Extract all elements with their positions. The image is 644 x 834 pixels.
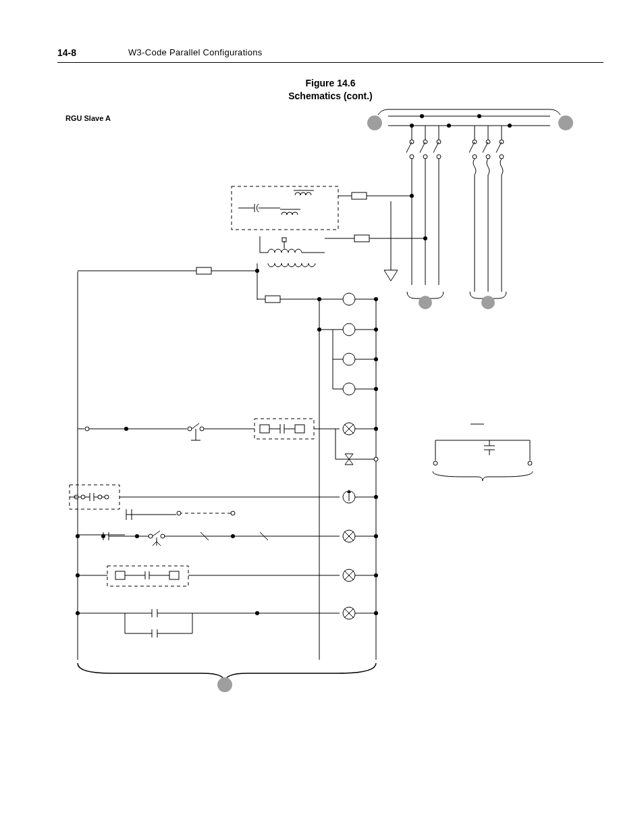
svg-point-53 bbox=[410, 194, 414, 198]
svg-point-156 bbox=[76, 534, 80, 538]
svg-rect-100 bbox=[295, 425, 304, 433]
svg-line-32 bbox=[496, 142, 502, 153]
svg-point-151 bbox=[231, 511, 235, 515]
svg-point-7 bbox=[367, 115, 382, 130]
svg-point-89 bbox=[343, 383, 355, 395]
svg-line-15 bbox=[406, 142, 412, 153]
svg-point-102 bbox=[85, 427, 89, 431]
svg-point-130 bbox=[528, 461, 532, 465]
svg-line-16 bbox=[420, 142, 425, 153]
svg-point-19 bbox=[423, 155, 427, 159]
svg-point-75 bbox=[343, 293, 355, 305]
svg-rect-69 bbox=[265, 296, 280, 303]
svg-point-33 bbox=[473, 155, 477, 159]
svg-point-40 bbox=[481, 296, 495, 309]
svg-point-133 bbox=[81, 495, 85, 499]
svg-point-129 bbox=[433, 461, 437, 465]
rgu-slave-label: RGU Slave A bbox=[65, 114, 111, 122]
svg-point-62 bbox=[423, 236, 427, 240]
svg-point-139 bbox=[98, 495, 102, 499]
svg-point-79 bbox=[343, 323, 355, 336]
svg-rect-50 bbox=[352, 192, 367, 199]
svg-line-30 bbox=[469, 142, 475, 153]
svg-point-34 bbox=[486, 155, 490, 159]
indicator-stack bbox=[317, 293, 378, 395]
svg-rect-185 bbox=[169, 571, 179, 579]
svg-line-107 bbox=[192, 423, 199, 429]
charge-relay-block bbox=[78, 419, 378, 440]
figure-caption: Schematics (cont.) bbox=[57, 90, 603, 103]
svg-point-39 bbox=[419, 296, 432, 309]
svg-rect-95 bbox=[260, 425, 269, 433]
page: 14-8 W3-Code Parallel Configurations Fig… bbox=[0, 0, 644, 834]
svg-line-31 bbox=[483, 142, 488, 153]
svg-point-193 bbox=[374, 573, 378, 577]
svg-point-88 bbox=[374, 357, 378, 361]
page-header: 14-8 W3-Code Parallel Configurations bbox=[57, 47, 603, 68]
page-number: 14-8 bbox=[57, 47, 76, 58]
header-rule bbox=[57, 62, 603, 63]
svg-point-108 bbox=[200, 427, 204, 431]
svg-point-187 bbox=[76, 573, 80, 577]
svg-point-6 bbox=[508, 124, 512, 128]
svg-point-82 bbox=[317, 328, 321, 332]
schematic-svg: RGU Slave A bbox=[57, 103, 603, 710]
svg-point-205 bbox=[374, 611, 378, 615]
disconnect-right-fused bbox=[469, 126, 504, 292]
svg-point-2 bbox=[477, 114, 481, 118]
main-transformer bbox=[260, 235, 427, 267]
figure-number: Figure 14.6 bbox=[57, 77, 603, 90]
svg-point-212 bbox=[217, 677, 232, 692]
svg-rect-64 bbox=[196, 267, 211, 274]
figure-title: Figure 14.6 Schematics (cont.) bbox=[57, 77, 603, 103]
svg-point-84 bbox=[343, 353, 355, 365]
svg-point-106 bbox=[188, 427, 192, 431]
svg-point-5 bbox=[447, 124, 451, 128]
section-title: W3-Code Parallel Configurations bbox=[128, 47, 263, 57]
svg-point-78 bbox=[374, 297, 378, 301]
svg-point-35 bbox=[500, 155, 504, 159]
svg-point-115 bbox=[374, 427, 378, 431]
svg-line-163 bbox=[153, 531, 160, 536]
svg-point-149 bbox=[374, 495, 378, 499]
svg-point-150 bbox=[177, 511, 181, 515]
svg-point-162 bbox=[149, 534, 153, 538]
svg-point-164 bbox=[161, 534, 165, 538]
svg-point-140 bbox=[105, 495, 109, 499]
svg-point-93 bbox=[374, 387, 378, 391]
svg-point-20 bbox=[437, 155, 441, 159]
svg-marker-42 bbox=[384, 270, 398, 281]
svg-point-1 bbox=[420, 114, 424, 118]
svg-point-177 bbox=[374, 534, 378, 538]
svg-point-18 bbox=[410, 155, 414, 159]
svg-rect-59 bbox=[354, 235, 369, 242]
svg-point-8 bbox=[558, 115, 573, 130]
dc-bus-cap bbox=[433, 424, 533, 481]
svg-rect-179 bbox=[107, 566, 188, 586]
svg-rect-180 bbox=[115, 571, 125, 579]
svg-point-83 bbox=[374, 328, 378, 332]
disconnect-left bbox=[406, 126, 441, 285]
svg-point-120 bbox=[374, 457, 378, 461]
svg-line-17 bbox=[433, 142, 439, 153]
